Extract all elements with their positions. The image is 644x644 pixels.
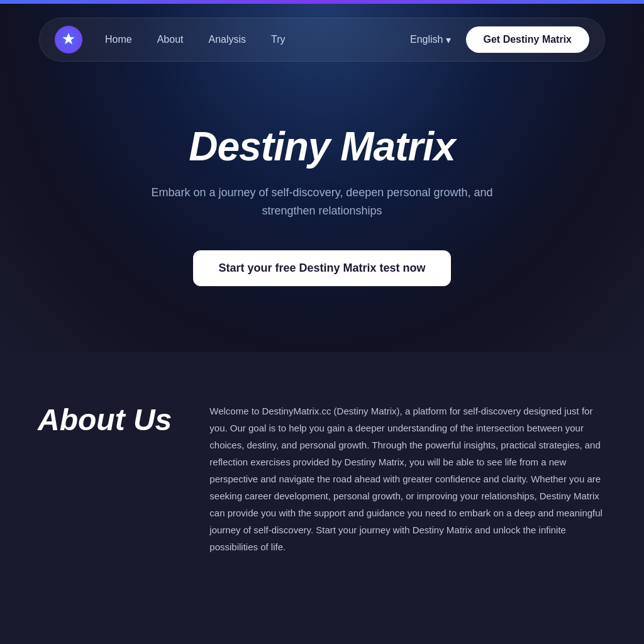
hero-subtitle: Embark on a journey of self-discovery, d… [133, 184, 511, 220]
top-gradient-bar [0, 0, 644, 4]
hero-cta-button[interactable]: Start your free Destiny Matrix test now [193, 250, 450, 286]
nav-links: Home About Analysis Try [95, 29, 400, 50]
nav-try[interactable]: Try [261, 29, 296, 50]
hero-content: Destiny Matrix Embark on a journey of se… [121, 125, 523, 286]
nav-analysis[interactable]: Analysis [199, 29, 257, 50]
logo[interactable] [55, 26, 82, 53]
nav-home[interactable]: Home [95, 29, 142, 50]
hero-title: Destiny Matrix [133, 125, 511, 169]
chevron-down-icon: ▾ [446, 34, 451, 46]
navbar: Home About Analysis Try English ▾ Get De… [39, 18, 605, 62]
about-title: About Us [38, 402, 172, 437]
language-selector[interactable]: English ▾ [400, 29, 460, 51]
logo-icon [60, 31, 77, 48]
about-body-text: Welcome to DestinyMatrix.cc (Destiny Mat… [209, 402, 606, 555]
navbar-cta-button[interactable]: Get Destiny Matrix [466, 26, 589, 53]
nav-about[interactable]: About [147, 29, 194, 50]
about-section: About Us Welcome to DestinyMatrix.cc (De… [0, 352, 644, 606]
language-label: English [410, 34, 443, 45]
